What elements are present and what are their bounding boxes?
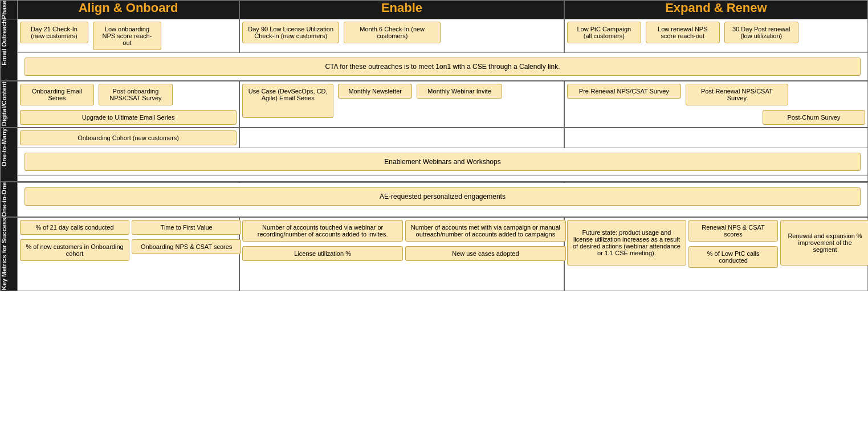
digital-content-align-cards: Onboarding Email Series Post-onboarding …: [18, 81, 239, 127]
use-case-email-card: Use Case (DevSecOps, CD, Agile) Email Se…: [242, 84, 333, 118]
key-metrics-enable: Number of accounts touched via webinar o…: [239, 217, 564, 291]
day21-card: Day 21 Check-In (new customers): [20, 22, 88, 43]
email-outreach-align-cards: Day 21 Check-In (new customers) Low onbo…: [18, 19, 239, 52]
cta-banner-cell: CTA for these outreaches is to meet 1on1…: [17, 53, 867, 81]
day90-card: Day 90 Low License Utilization Check-in …: [242, 22, 339, 43]
main-table: Phase Align & Onboard Enable Expand & Re…: [0, 0, 868, 291]
one-to-many-label: One-to-Many: [1, 128, 18, 182]
email-outreach-enable-cards: Day 90 Low License Utilization Check-in …: [240, 19, 564, 46]
email-outreach-label: Email Outreach: [1, 19, 18, 81]
digital-content-enable: Use Case (DevSecOps, CD, Agile) Email Se…: [239, 81, 564, 128]
digital-content-align: Onboarding Email Series Post-onboarding …: [17, 81, 239, 128]
digital-content-label: Digital/Content: [1, 81, 18, 128]
key-metrics-label: Key Metrics for Success: [1, 217, 18, 291]
num-accts-met-card: Number of accounts met with via campaign…: [405, 220, 566, 242]
renewal-nps-card: Renewal NPS & CSAT scores: [688, 220, 778, 242]
key-metrics-enable-col1: Number of accounts touched via webinar o…: [240, 218, 401, 263]
key-metrics-enable-inner: Number of accounts touched via webinar o…: [240, 218, 564, 263]
low-ptc-card: Low PtC Campaign (all customers): [567, 22, 641, 43]
pct-low-ptc-card: % of Low PtC calls conducted: [688, 246, 778, 268]
post-onboard-card: Post-onboarding NPS/CSAT Survey: [99, 84, 173, 105]
digital-content-expand-cards: Pre-Renewal NPS/CSAT Survey Post-Renewal…: [565, 81, 867, 127]
email-outreach-enable: Day 90 Low License Utilization Check-in …: [239, 19, 564, 53]
email-outreach-expand: Low PtC Campaign (all customers) Low ren…: [564, 19, 868, 53]
one-to-many-expand: [564, 128, 868, 148]
onboarding-cohort-card: Onboarding Cohort (new customers): [20, 130, 237, 145]
low-nps-card: Low onboarding NPS score reach-out: [93, 22, 161, 50]
expand-header: Expand & Renew: [564, 1, 868, 19]
key-metrics-expand-col2: Renewal NPS & CSAT scores % of Low PtC c…: [686, 218, 776, 270]
one-to-many-enable: [239, 128, 564, 148]
pre-renewal-nps-card: Pre-Renewal NPS/CSAT Survey: [567, 84, 681, 99]
upgrade-ultimate-card: Upgrade to Ultimate Email Series: [20, 110, 237, 125]
key-metrics-expand-col3: Renewal and expansion % improvement of t…: [778, 218, 867, 270]
key-metrics-expand: Future state: product usage and license …: [564, 217, 868, 291]
enable-header: Enable: [239, 1, 564, 19]
key-metrics-align-inner: % of 21 day calls conducted % of new cus…: [18, 218, 239, 263]
newsletter-card: Monthly Newsletter: [338, 84, 412, 99]
phase-header: Phase: [1, 1, 18, 19]
email-outreach-align: Day 21 Check-In (new customers) Low onbo…: [17, 19, 239, 53]
one-to-many-align: Onboarding Cohort (new customers): [17, 128, 239, 148]
new-use-cases-card: New use cases adopted: [405, 246, 566, 261]
low-renewal-nps-card: Low renewal NPS score reach-out: [646, 22, 720, 43]
post-renewal-nps-card: Post-Renewal NPS/CSAT Survey: [686, 84, 788, 105]
align-header: Align & Onboard: [17, 1, 239, 19]
webinars-cell: Enablement Webinars and Workshops: [17, 148, 867, 176]
onboard-nps-card: Onboarding NPS & CSAT scores: [132, 239, 241, 254]
num-accts-touched-card: Number of accounts touched via webinar o…: [242, 220, 403, 242]
key-metrics-enable-col2: Number of accounts met with via campaign…: [403, 218, 564, 263]
license-util-card: License utilization %: [242, 246, 403, 261]
future-state-card: Future state: product usage and license …: [567, 220, 686, 266]
key-metrics-align-col1: % of 21 day calls conducted % of new cus…: [18, 218, 127, 263]
key-metrics-expand-inner: Future state: product usage and license …: [565, 218, 867, 270]
email-outreach-expand-cards: Low PtC Campaign (all customers) Low ren…: [565, 19, 867, 46]
digital-content-enable-cards: Use Case (DevSecOps, CD, Agile) Email Se…: [240, 81, 564, 120]
pct-new-cust-card: % of new customers in Onboarding cohort: [20, 239, 129, 261]
post-churn-card: Post-Churn Survey: [763, 110, 865, 125]
onboard-email-card: Onboarding Email Series: [20, 84, 94, 105]
renewal-expansion-card: Renewal and expansion % improvement of t…: [780, 220, 868, 266]
key-metrics-align: % of 21 day calls conducted % of new cus…: [17, 217, 239, 291]
spacer-row: [17, 176, 867, 182]
month6-card: Month 6 Check-In (new customers): [344, 22, 441, 43]
one-to-one-label: One-to-One: [1, 182, 18, 218]
webinars-banner: Enablement Webinars and Workshops: [25, 153, 861, 171]
day30-post-card: 30 Day Post renewal (low utilization): [724, 22, 798, 43]
ae-engagements-cell: AE-requested personalized engagements: [17, 183, 867, 218]
key-metrics-expand-col1: Future state: product usage and license …: [565, 218, 684, 270]
digital-content-expand: Pre-Renewal NPS/CSAT Survey Post-Renewal…: [564, 81, 868, 128]
ae-engagements-banner: AE-requested personalized engagements: [25, 187, 861, 206]
cta-banner: CTA for these outreaches is to meet 1on1…: [25, 58, 861, 76]
key-metrics-align-col2: Time to First Value Onboarding NPS & CSA…: [129, 218, 239, 263]
time-to-first-card: Time to First Value: [132, 220, 241, 235]
webinar-invite-card: Monthly Webinar Invite: [417, 84, 502, 99]
pct21day-card: % of 21 day calls conducted: [20, 220, 129, 235]
